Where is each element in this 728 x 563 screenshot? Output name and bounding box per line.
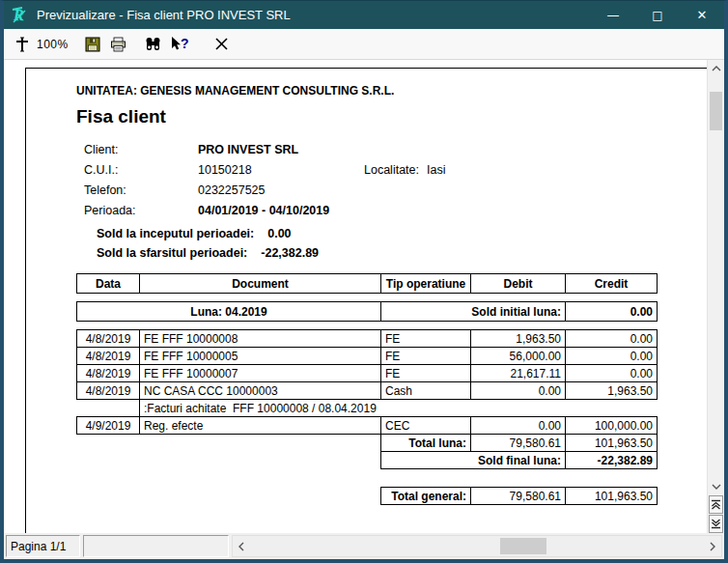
cell-tip: FE [381, 348, 471, 365]
total-luna-label: Total luna: [381, 435, 471, 452]
window-title: Previzualizare - Fisa client PRO INVEST … [37, 8, 591, 22]
next-page-button[interactable] [709, 515, 723, 533]
cui-row: C.U.I.:10150218 Localitate: Iasi [26, 160, 707, 181]
month-row: Luna: 04.2019 Sold initial luna: 0.00 [77, 302, 658, 322]
report-page: UNITATEA: GENESIS MANAGEMENT CONSULTING … [25, 68, 707, 533]
sold-final-row: Sold final luna: -22,382.89 [77, 452, 658, 469]
sold-initial-label: Sold initial luna: [381, 302, 566, 322]
total-general-debit: 79,580.61 [471, 488, 566, 505]
cell-date: 4/8/2019 [77, 330, 140, 348]
cell-document: NC CASA CCC 10000003 [140, 382, 381, 400]
print-icon[interactable] [110, 36, 127, 53]
spacer-row [77, 322, 658, 330]
sold-inceput-label: Sold la inceputul perioadei: [97, 227, 254, 240]
horizontal-scroll-track[interactable] [250, 536, 704, 556]
page-up-icon [711, 499, 721, 510]
sold-inceput-value: 0.00 [267, 227, 291, 240]
cell-tip: FE [381, 330, 471, 348]
help-icon[interactable]: ? [169, 36, 192, 53]
col-header-data: Data [77, 274, 140, 294]
fisa-client-table: Data Document Tip operatiune Debit Credi… [76, 273, 658, 505]
cell-credit: 100,000.00 [566, 417, 658, 435]
client-row: Client:PRO INVEST SRL [26, 140, 707, 160]
cell-credit: 1,963.50 [566, 382, 658, 400]
cell-tip: FE [381, 365, 471, 382]
save-icon[interactable] [84, 36, 101, 53]
vertical-scroll-thumb[interactable] [710, 92, 722, 130]
cui-label: C.U.I.: [84, 160, 198, 181]
horizontal-scroll-thumb[interactable] [500, 538, 546, 554]
cell-debit: 56,000.00 [471, 348, 566, 365]
cell-document: Reg. efecte [140, 417, 381, 435]
scroll-right-icon[interactable] [704, 536, 721, 556]
cell-credit: 0.00 [566, 330, 658, 348]
perioada-row: Perioada:04/01/2019 - 04/10/2019 [26, 201, 707, 221]
cell-tip: CEC [381, 417, 471, 435]
close-button[interactable]: ✕ [680, 1, 724, 29]
cell-date: 4/8/2019 [77, 365, 140, 382]
cell-document: FE FFF 10000005 [140, 348, 381, 365]
maximize-button[interactable]: □ [635, 1, 680, 29]
total-luna-row: Total luna: 79,580.61 101,963.50 [77, 435, 658, 452]
total-general-label: Total general: [381, 488, 471, 505]
sold-inceput-row: Sold la inceputul perioadei:0.00 [26, 224, 707, 243]
preview-area: UNITATEA: GENESIS MANAGEMENT CONSULTING … [4, 60, 724, 533]
client-value: PRO INVEST SRL [198, 143, 298, 156]
total-general-credit: 101,963.50 [566, 488, 658, 505]
client-label: Client: [84, 140, 198, 160]
sold-sfarsit-row: Sold la sfarsitul perioadei:-22,382.89 [26, 243, 707, 263]
zoom-tool-icon[interactable] [14, 36, 31, 53]
cell-debit: 0.00 [471, 417, 566, 435]
table-row: 4/9/2019 Reg. efecte CEC 0.00 100,000.00 [77, 417, 658, 435]
col-header-tip: Tip operatiune [381, 274, 471, 294]
svg-text:?: ? [181, 36, 189, 51]
page-down-icon [711, 519, 721, 529]
total-general-row: Total general: 79,580.61 101,963.50 [77, 488, 658, 505]
close-preview-icon[interactable] [213, 36, 231, 53]
cell-date: 4/8/2019 [77, 348, 140, 365]
telefon-row: Telefon:0232257525 [26, 181, 707, 201]
perioada-label: Perioada: [84, 201, 198, 221]
cell-credit: 0.00 [566, 348, 658, 365]
telefon-label: Telefon: [84, 181, 198, 201]
zoom-level-label[interactable]: 100% [37, 38, 69, 51]
table-row: 4/8/2019 FE FFF 10000005 FE 56,000.00 0.… [77, 348, 658, 365]
cell-credit: 0.00 [566, 365, 658, 382]
page-indicator: Pagina 1/1 [6, 535, 80, 557]
app-logo-icon[interactable]: R R [11, 6, 30, 25]
previous-page-button[interactable] [709, 495, 723, 514]
scroll-down-icon[interactable] [708, 478, 724, 494]
title-bar: R R Previzualizare - Fisa client PRO INV… [4, 1, 724, 29]
status-panel-empty [83, 535, 229, 557]
preview-window: R R Previzualizare - Fisa client PRO INV… [0, 0, 728, 563]
vertical-scrollbar[interactable] [707, 60, 724, 533]
cell-debit: 21,617.11 [471, 365, 566, 382]
perioada-value: 04/01/2019 - 04/10/2019 [198, 204, 329, 217]
horizontal-scrollbar[interactable] [232, 535, 722, 557]
cell-debit: 0.00 [471, 382, 566, 400]
localitate-value: Iasi [427, 160, 445, 181]
sold-sfarsit-value: -22,382.89 [261, 246, 319, 260]
scroll-left-icon[interactable] [233, 536, 250, 556]
col-header-debit: Debit [471, 274, 566, 294]
note-row: :Facturi achitate FFF 10000008 / 08.04.2… [77, 400, 658, 417]
minimize-button[interactable]: — [591, 1, 635, 29]
spacer-row [77, 294, 658, 302]
table-row: 4/8/2019 FE FFF 10000008 FE 1,963.50 0.0… [77, 330, 658, 348]
table-header-row: Data Document Tip operatiune Debit Credi… [77, 274, 658, 294]
cell-date: 4/8/2019 [77, 382, 140, 400]
col-header-credit: Credit [566, 274, 658, 294]
find-icon[interactable] [145, 36, 162, 53]
note-text: :Facturi achitate FFF 10000008 / 08.04.2… [140, 400, 658, 417]
cell-document: FE FFF 10000008 [140, 330, 381, 348]
preview-canvas: UNITATEA: GENESIS MANAGEMENT CONSULTING … [4, 60, 707, 533]
vertical-scroll-track[interactable] [708, 76, 724, 478]
table-row: 4/8/2019 FE FFF 10000007 FE 21,617.11 0.… [77, 365, 658, 382]
client-info: Client:PRO INVEST SRL C.U.I.:10150218 Lo… [26, 140, 707, 221]
scroll-up-icon[interactable] [708, 60, 724, 76]
sold-initial-value: 0.00 [566, 302, 658, 322]
cell-tip: Cash [381, 382, 471, 400]
spacer-row [77, 469, 658, 488]
unit-line: UNITATEA: GENESIS MANAGEMENT CONSULTING … [76, 84, 707, 98]
window-controls: — □ ✕ [591, 1, 724, 29]
